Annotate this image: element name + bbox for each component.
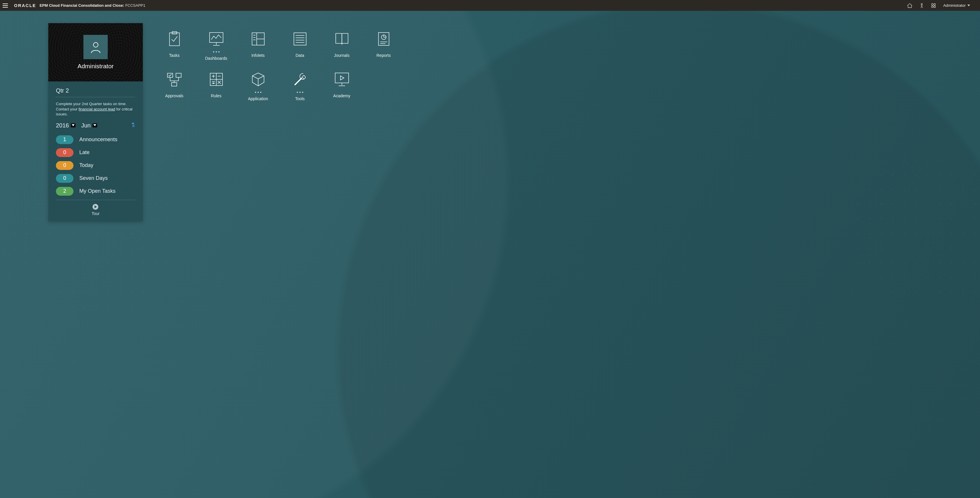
svg-rect-38 [172, 83, 177, 86]
tile-data[interactable]: Data [279, 29, 321, 61]
svg-point-4 [931, 3, 933, 5]
journals-icon [334, 29, 350, 49]
home-button[interactable] [907, 3, 913, 8]
tile-reports[interactable]: Reports [363, 29, 404, 61]
bookmark-icon [132, 123, 135, 127]
tile-infolets[interactable]: Infolets [237, 29, 279, 61]
stat-row[interactable]: 0Seven Days [56, 174, 135, 183]
stat-row[interactable]: 1Announcements [56, 135, 135, 144]
topbar: ORACLE EPM Cloud Financial Consolidation… [0, 0, 980, 11]
stat-label: Today [80, 162, 93, 168]
hamburger-icon [3, 3, 8, 8]
tour-label: Tour [92, 211, 100, 216]
tasks-icon [168, 29, 181, 49]
home-icon [907, 3, 913, 8]
user-menu-label: Administrator [943, 3, 966, 8]
dashboards-icon [208, 29, 224, 49]
year-selector[interactable]: 2016 [56, 122, 76, 129]
stat-label: Seven Days [80, 175, 108, 181]
apps-grid-button[interactable] [931, 3, 936, 8]
tile-rules[interactable]: Rules [195, 69, 237, 101]
tile-dots [213, 51, 220, 53]
svg-point-3 [921, 3, 922, 5]
svg-rect-48 [335, 73, 348, 83]
stage: Administrator Qtr 2 Complete your 2nd Qu… [0, 11, 980, 498]
stat-row[interactable]: 0Late [56, 148, 135, 157]
instruction-text: Complete your 2nd Quarter tasks on time.… [56, 101, 135, 117]
welcome-card: Administrator Qtr 2 Complete your 2nd Qu… [48, 23, 143, 221]
stat-row[interactable]: 0Today [56, 161, 135, 170]
svg-rect-33 [176, 73, 181, 77]
stat-count: 0 [56, 148, 73, 157]
stat-list: 1Announcements0Late0Today0Seven Days2My … [56, 135, 135, 196]
tiles-grid: TasksDashboardsInfoletsDataJournalsRepor… [153, 29, 980, 101]
app-title: EPM Cloud Financial Consolidation and Cl… [40, 3, 145, 8]
app-title-instance: FCCSAPP1 [125, 3, 145, 8]
rules-icon [209, 69, 224, 90]
stat-count: 0 [56, 161, 73, 170]
svg-rect-9 [132, 125, 135, 126]
svg-point-5 [934, 3, 935, 5]
tile-label: Data [296, 53, 304, 58]
reports-icon [377, 29, 390, 49]
accessibility-icon [920, 3, 924, 8]
tile-label: Reports [376, 53, 391, 58]
month-dropdown [92, 123, 97, 128]
svg-point-7 [934, 6, 935, 8]
tile-application[interactable]: Application [237, 69, 279, 101]
tile-dots [255, 92, 261, 93]
tile-dashboards[interactable]: Dashboards [195, 29, 237, 61]
approvals-icon [166, 69, 183, 90]
instruction-link[interactable]: financial account lead [78, 107, 115, 111]
tile-label: Rules [211, 93, 221, 98]
svg-point-8 [93, 43, 98, 47]
oracle-logo: ORACLE [11, 3, 40, 8]
year-dropdown [71, 123, 76, 128]
stat-count: 1 [56, 135, 73, 144]
svg-point-6 [931, 6, 933, 8]
play-icon [92, 204, 99, 210]
stat-row[interactable]: 2My Open Tasks [56, 187, 135, 196]
stat-label: Late [80, 149, 89, 156]
accessibility-button[interactable] [920, 3, 924, 8]
tile-tasks[interactable]: Tasks [153, 29, 195, 61]
chevron-down-icon [967, 4, 970, 7]
tile-approvals[interactable]: Approvals [153, 69, 195, 101]
app-title-product: EPM Cloud Financial Consolidation and Cl… [40, 3, 124, 8]
stat-count: 2 [56, 187, 73, 196]
stat-label: Announcements [80, 137, 118, 143]
stat-count: 0 [56, 174, 73, 183]
tile-academy[interactable]: Academy [321, 69, 363, 101]
tools-icon [293, 69, 307, 90]
academy-icon [334, 69, 350, 90]
data-icon [293, 29, 307, 49]
month-value: Jun [81, 122, 91, 129]
month-selector[interactable]: Jun [81, 122, 97, 129]
svg-rect-10 [132, 126, 135, 127]
avatar [83, 35, 108, 59]
tile-tools[interactable]: Tools [279, 69, 321, 101]
application-icon [251, 69, 266, 90]
tile-label: Dashboards [205, 56, 228, 61]
tile-label: Application [248, 96, 268, 101]
username: Administrator [78, 63, 114, 70]
topbar-icons: Administrator [907, 3, 980, 8]
infolets-icon [251, 29, 266, 49]
user-menu[interactable]: Administrator [943, 3, 974, 8]
tile-dots [297, 92, 303, 93]
tile-label: Infolets [251, 53, 265, 58]
hamburger-menu[interactable] [0, 3, 11, 8]
tile-journals[interactable]: Journals [321, 29, 363, 61]
tile-label: Academy [333, 93, 350, 98]
tile-label: Tools [295, 96, 305, 101]
year-value: 2016 [56, 122, 69, 129]
svg-rect-23 [294, 33, 306, 45]
stat-label: My Open Tasks [80, 188, 116, 194]
bookmark-button[interactable] [132, 123, 135, 128]
chevron-down-icon [93, 124, 96, 126]
tour-button[interactable]: Tour [92, 204, 100, 216]
tile-label: Tasks [169, 53, 180, 58]
tile-label: Approvals [165, 93, 183, 98]
chevron-down-icon [72, 124, 75, 126]
tile-label: Journals [334, 53, 350, 58]
